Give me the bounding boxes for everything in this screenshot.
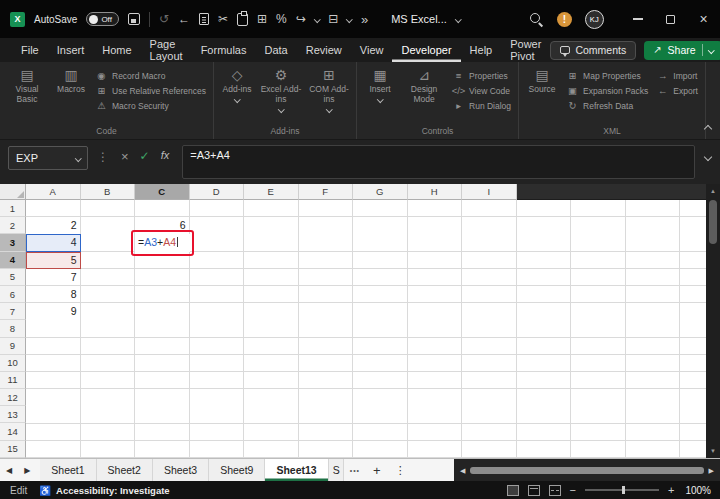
insert-function-icon[interactable]: fx bbox=[161, 150, 170, 161]
editing-cell-C3[interactable]: =A3+A4 bbox=[135, 234, 190, 251]
zoom-slider-knob[interactable] bbox=[622, 486, 625, 494]
table-icon[interactable]: ⊟ bbox=[328, 13, 338, 25]
menu-tab-review[interactable]: Review bbox=[297, 38, 351, 62]
row-header-13[interactable]: 13 bbox=[0, 406, 26, 423]
add-sheet-button[interactable]: + bbox=[366, 459, 388, 481]
borders-icon[interactable]: ⊞ bbox=[257, 13, 267, 25]
cell-A5[interactable]: 7 bbox=[26, 269, 81, 286]
cancel-icon[interactable]: × bbox=[121, 150, 129, 163]
scroll-up-icon[interactable]: ▲ bbox=[710, 184, 716, 198]
horizontal-scrollbar[interactable]: ◀ ▶ bbox=[454, 459, 720, 482]
percent-icon[interactable]: % bbox=[276, 13, 287, 25]
ribbon-button-record-macro[interactable]: ◉Record Macro bbox=[95, 70, 206, 81]
column-header-h[interactable]: H bbox=[408, 184, 463, 200]
hscroll-right-icon[interactable]: ▶ bbox=[709, 467, 714, 474]
redo-icon[interactable]: ↪ bbox=[296, 13, 306, 25]
ribbon-button-view-code[interactable]: </>View Code bbox=[452, 85, 511, 96]
close-button[interactable]: × bbox=[687, 0, 720, 38]
cut-icon[interactable]: ✂ bbox=[218, 13, 228, 25]
row-header-14[interactable]: 14 bbox=[0, 423, 26, 440]
ribbon-button-source[interactable]: ▤Source bbox=[522, 65, 562, 95]
ribbon-button-insert[interactable]: ▦Insert bbox=[360, 65, 400, 101]
minimize-button[interactable] bbox=[621, 0, 654, 38]
sheet-tab-s[interactable]: S bbox=[329, 459, 344, 481]
ribbon-button-macros[interactable]: ▥Macros bbox=[51, 65, 91, 95]
accessibility-status[interactable]: Accessibility: Investigate bbox=[56, 485, 170, 496]
row-header-12[interactable]: 12 bbox=[0, 389, 26, 406]
column-header-a[interactable]: A bbox=[26, 184, 81, 200]
name-box[interactable]: EXP bbox=[8, 146, 88, 170]
cell-A6[interactable]: 8 bbox=[26, 286, 81, 303]
cells-layer[interactable]: 2457896=A3+A4 bbox=[26, 200, 706, 458]
vertical-scrollbar[interactable]: ▲ ▼ bbox=[706, 184, 720, 458]
enter-icon[interactable]: ✓ bbox=[140, 150, 150, 162]
sheet-tab-sheet13[interactable]: Sheet13 bbox=[265, 459, 328, 481]
column-header-f[interactable]: F bbox=[299, 184, 354, 200]
ribbon-button-com-add-ins[interactable]: ⊞COM Add-ins bbox=[305, 65, 353, 111]
ribbon-button-excel-add-ins[interactable]: ⚙Excel Add-ins bbox=[257, 65, 305, 111]
column-header-g[interactable]: G bbox=[353, 184, 408, 200]
paste-icon[interactable] bbox=[237, 13, 248, 26]
zoom-out-icon[interactable]: − bbox=[570, 485, 576, 496]
row-header-9[interactable]: 9 bbox=[0, 338, 26, 355]
avatar[interactable]: KJ bbox=[585, 10, 604, 29]
row-header-3[interactable]: 3 bbox=[0, 234, 26, 251]
menu-tab-power-pivot[interactable]: Power Pivot bbox=[501, 38, 550, 62]
zoom-in-icon[interactable]: + bbox=[668, 485, 674, 496]
share-button[interactable]: ↗ Share bbox=[644, 41, 720, 60]
save-icon[interactable] bbox=[128, 13, 140, 25]
hscroll-left-icon[interactable]: ◀ bbox=[460, 467, 465, 474]
ribbon-button-add-ins[interactable]: ◇Add-ins bbox=[217, 65, 257, 101]
menu-tab-home[interactable]: Home bbox=[93, 38, 140, 62]
warning-badge[interactable]: ! bbox=[557, 12, 572, 27]
tab-menu-icon[interactable]: ⋮ bbox=[388, 459, 413, 481]
row-header-8[interactable]: 8 bbox=[0, 320, 26, 337]
scroll-down-icon[interactable]: ▼ bbox=[710, 444, 716, 458]
ribbon-button-run-dialog[interactable]: ▸Run Dialog bbox=[452, 100, 511, 111]
chevron-down-icon[interactable] bbox=[346, 16, 352, 22]
tabs-overflow-icon[interactable]: ••• bbox=[344, 459, 366, 481]
title-chevron-icon[interactable] bbox=[455, 16, 461, 22]
formula-input[interactable]: =A3+A4 bbox=[182, 145, 695, 179]
formula-bar-expand-icon[interactable] bbox=[704, 153, 712, 161]
ribbon-button-expansion-packs[interactable]: ▣Expansion Packs bbox=[566, 85, 648, 96]
autosave-toggle[interactable]: Off bbox=[86, 12, 119, 26]
column-header-d[interactable]: D bbox=[190, 184, 245, 200]
tabs-scroll-right-icon[interactable]: ▶ bbox=[18, 459, 36, 481]
chevron-down-icon[interactable] bbox=[314, 16, 320, 22]
comments-button[interactable]: Comments bbox=[550, 41, 636, 60]
maximize-button[interactable] bbox=[654, 0, 687, 38]
undo-icon[interactable]: ↺ bbox=[159, 13, 169, 25]
ribbon-button-export[interactable]: ←Export bbox=[656, 85, 698, 96]
row-header-2[interactable]: 2 bbox=[0, 217, 26, 234]
row-header-11[interactable]: 11 bbox=[0, 372, 26, 389]
ribbon-button-properties[interactable]: ≡Properties bbox=[452, 70, 511, 81]
ribbon-button-design-mode[interactable]: ⊿Design Mode bbox=[400, 65, 448, 105]
cell-A7[interactable]: 9 bbox=[26, 303, 81, 320]
menu-tab-data[interactable]: Data bbox=[255, 38, 296, 62]
sheet-tab-sheet3[interactable]: Sheet3 bbox=[153, 459, 209, 481]
sheet-tab-sheet9[interactable]: Sheet9 bbox=[209, 459, 265, 481]
column-header-e[interactable]: E bbox=[244, 184, 299, 200]
ribbon-button-map-properties[interactable]: ⊞Map Properties bbox=[566, 70, 648, 81]
back-icon[interactable]: ← bbox=[178, 13, 190, 25]
menu-tab-developer[interactable]: Developer bbox=[392, 38, 460, 62]
row-header-6[interactable]: 6 bbox=[0, 286, 26, 303]
search-icon[interactable] bbox=[529, 12, 544, 27]
normal-view-icon[interactable] bbox=[507, 485, 519, 496]
sheet-tab-sheet2[interactable]: Sheet2 bbox=[97, 459, 153, 481]
horizontal-scroll-thumb[interactable] bbox=[470, 467, 703, 474]
row-header-7[interactable]: 7 bbox=[0, 303, 26, 320]
sheet-tab-sheet1[interactable]: Sheet1 bbox=[40, 459, 96, 481]
page-layout-view-icon[interactable] bbox=[528, 485, 540, 496]
menu-tab-help[interactable]: Help bbox=[461, 38, 502, 62]
row-header-4[interactable]: 4 bbox=[0, 252, 26, 269]
menu-tab-page-layout[interactable]: Page Layout bbox=[141, 38, 192, 62]
select-all-corner[interactable] bbox=[0, 184, 26, 200]
page-break-view-icon[interactable] bbox=[549, 485, 561, 496]
toolbar-overflow-icon[interactable]: » bbox=[361, 13, 368, 26]
menu-tab-formulas[interactable]: Formulas bbox=[192, 38, 256, 62]
ribbon-button-refresh-data[interactable]: ↻Refresh Data bbox=[566, 100, 648, 111]
cell-C2[interactable]: 6 bbox=[135, 217, 190, 234]
menu-tab-insert[interactable]: Insert bbox=[48, 38, 94, 62]
